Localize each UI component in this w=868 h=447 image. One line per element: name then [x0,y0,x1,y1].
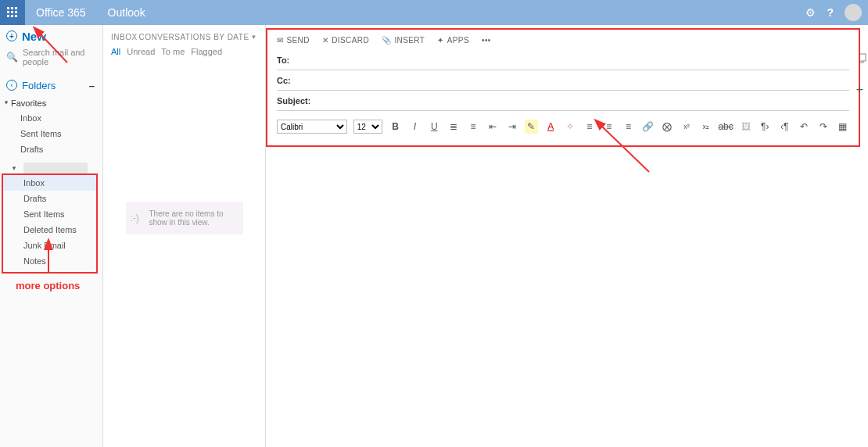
sidebar-item-drafts[interactable]: Drafts [3,191,96,206]
to-field-row: To: [277,50,849,70]
to-input[interactable] [310,55,849,66]
table-button[interactable]: ▦ [836,120,849,134]
subject-label: Subject: [277,96,310,105]
sort-label: CONVERSATIONS BY DATE [138,33,249,41]
svg-rect-4 [11,11,13,13]
discard-button[interactable]: ✕DISCARD [322,36,369,45]
subject-input[interactable] [310,95,849,106]
filter-unread[interactable]: Unread [127,47,155,56]
link-button[interactable]: 🔗 [641,120,655,134]
gear-icon[interactable]: ⚙ [805,6,816,19]
sidebar-item-inbox[interactable]: Inbox [3,175,96,191]
compose-box: ✉SEND ✕DISCARD 📎INSERT ✦APPS ••• To: + C… [266,28,860,147]
strike-button[interactable]: abc [719,120,733,134]
brand-title[interactable]: Office 365 [25,0,97,25]
collapse-icon[interactable]: – [89,80,95,91]
ellipsis-icon: ••• [482,36,491,45]
filter-tome[interactable]: To me [161,47,185,56]
bullet-list-button[interactable]: ≣ [447,120,461,134]
discard-label: DISCARD [332,36,369,45]
chevron-down-icon: ▼ [251,34,257,41]
search-input[interactable]: 🔍 Search mail and people [0,47,102,67]
svg-rect-3 [7,11,9,13]
compose-action-bar: ✉SEND ✕DISCARD 📎INSERT ✦APPS ••• [267,30,859,50]
svg-rect-5 [15,11,17,13]
image-button[interactable]: 🖼 [739,120,752,134]
sidebar-item-junk[interactable]: Junk Email [3,238,96,253]
outdent-button[interactable]: ⇤ [486,120,499,134]
folders-header[interactable]: ‹ Folders – [0,75,102,95]
search-placeholder: Search mail and people [23,48,96,66]
filter-all[interactable]: All [111,47,120,56]
grid-icon [7,7,18,18]
account-node[interactable]: ◄ [0,162,102,173]
subscript-button[interactable]: x₂ [699,120,712,134]
empty-state: :-) There are no items to show in this v… [126,202,243,234]
sidebar-item-deleted[interactable]: Deleted Items [3,222,96,238]
apps-icon: ✦ [437,36,443,45]
close-icon: ✕ [322,36,328,45]
empty-text: There are no items to show in this view. [149,209,224,227]
font-color-button[interactable]: A [544,120,558,134]
cc-label: Cc: [277,76,310,85]
apps-label: APPS [447,36,469,45]
underline-button[interactable]: U [428,120,441,134]
sidebar: + New 🔍 Search mail and people ‹ Folders… [0,25,103,447]
sort-button[interactable]: CONVERSATIONS BY DATE ▼ [138,33,257,41]
send-label: SEND [286,36,309,45]
account-name-placeholder [23,163,88,173]
plus-icon: + [6,30,17,41]
insert-button[interactable]: 📎INSERT [382,36,425,45]
number-list-button[interactable]: ≡ [467,120,480,134]
message-list-panel: INBOX CONVERSATIONS BY DATE ▼ All Unread… [103,25,266,447]
svg-rect-6 [7,15,9,17]
avatar[interactable] [845,4,862,21]
sidebar-item-fav-sent[interactable]: Sent Items [0,126,102,141]
help-icon[interactable]: ? [827,6,834,19]
svg-rect-7 [11,15,13,17]
sidebar-item-fav-inbox[interactable]: Inbox [0,110,102,126]
account-folder-list: Inbox Drafts Sent Items Deleted Items Ju… [2,173,98,274]
ltr-button[interactable]: ¶› [759,120,772,134]
align-left-button[interactable]: ≡ [583,120,596,134]
cc-input[interactable] [310,75,849,86]
to-label: To: [277,55,310,65]
send-icon: ✉ [277,36,283,45]
add-recipient-button[interactable]: + [856,83,863,97]
sidebar-item-fav-drafts[interactable]: Drafts [0,141,102,157]
indent-button[interactable]: ⇥ [505,120,518,134]
folders-label: Folders [22,80,56,91]
italic-button[interactable]: I [408,120,421,134]
app-title[interactable]: Outlook [97,0,156,25]
align-right-button[interactable]: ≡ [622,120,635,134]
font-name-select[interactable]: Calibri [277,120,347,134]
align-center-button[interactable]: ≡ [602,120,615,134]
undo-button[interactable]: ↶ [798,120,811,134]
filter-row: All Unread To me Flagged [103,44,265,61]
rtl-button[interactable]: ‹¶ [778,120,791,134]
filter-flagged[interactable]: Flagged [191,47,222,56]
superscript-button[interactable]: x² [680,120,693,134]
apps-button[interactable]: ✦APPS [437,36,469,45]
folder-title: INBOX [111,33,138,41]
sidebar-item-notes[interactable]: Notes [3,253,96,269]
smiley-icon: :-) [131,213,139,224]
font-size-select[interactable]: 12 [353,120,383,134]
chevron-left-icon: ‹ [6,80,17,91]
sidebar-item-sent[interactable]: Sent Items [3,206,96,222]
app-launcher-button[interactable] [0,0,25,25]
insert-label: INSERT [394,36,425,45]
more-button[interactable]: ••• [482,36,491,45]
favorites-label[interactable]: Favorites [0,95,102,110]
svg-rect-8 [15,15,17,17]
attachment-icon: 📎 [382,36,391,45]
format-toolbar: Calibri 12 B I U ≣ ≡ ⇤ ⇥ ✎ A ✧ ≡ ≡ ≡ 🔗 ⨂… [277,116,849,138]
unlink-button[interactable]: ⨂ [661,120,674,134]
new-button[interactable]: + New [0,25,102,47]
clear-format-button[interactable]: ✧ [564,120,577,134]
send-button[interactable]: ✉SEND [277,36,310,45]
bold-button[interactable]: B [389,120,402,134]
redo-button[interactable]: ↷ [816,120,830,134]
highlight-button[interactable]: ✎ [525,120,538,134]
annotation-more-options: more options [0,274,102,291]
